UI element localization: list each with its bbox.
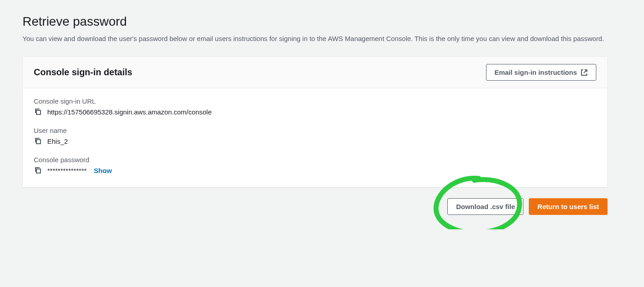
username-label: User name bbox=[34, 127, 596, 134]
signin-url-value: https://157506695328.signin.aws.amazon.c… bbox=[47, 108, 212, 116]
page-title: Retrieve password bbox=[23, 14, 608, 29]
copy-icon[interactable] bbox=[34, 166, 42, 174]
svg-rect-2 bbox=[36, 169, 41, 173]
username-field: User name Ehis_2 bbox=[34, 127, 596, 145]
panel-title: Console sign-in details bbox=[34, 67, 132, 77]
signin-url-label: Console sign-in URL bbox=[34, 97, 596, 105]
return-users-list-button[interactable]: Return to users list bbox=[529, 198, 608, 215]
show-password-link[interactable]: Show bbox=[94, 167, 112, 174]
signin-url-field: Console sign-in URL https://157506695328… bbox=[34, 97, 596, 116]
external-link-icon bbox=[581, 69, 588, 76]
footer-actions: Download .csv file Return to users list bbox=[23, 198, 608, 215]
download-csv-button[interactable]: Download .csv file bbox=[447, 198, 523, 215]
email-instructions-label: Email sign-in instructions bbox=[495, 68, 577, 77]
download-csv-label: Download .csv file bbox=[456, 202, 515, 211]
panel-header: Console sign-in details Email sign-in in… bbox=[23, 57, 607, 88]
password-value: *************** bbox=[47, 167, 87, 174]
svg-rect-1 bbox=[36, 140, 41, 144]
password-field: Console password *************** Show bbox=[34, 156, 596, 174]
panel-body: Console sign-in URL https://157506695328… bbox=[23, 88, 607, 187]
page-subtitle: You can view and download the user's pas… bbox=[23, 33, 608, 44]
copy-icon[interactable] bbox=[34, 108, 42, 116]
signin-details-panel: Console sign-in details Email sign-in in… bbox=[23, 56, 608, 187]
return-users-list-label: Return to users list bbox=[537, 202, 599, 211]
copy-icon[interactable] bbox=[34, 137, 42, 145]
password-label: Console password bbox=[34, 156, 596, 164]
email-instructions-button[interactable]: Email sign-in instructions bbox=[486, 64, 596, 81]
username-value: Ehis_2 bbox=[47, 137, 68, 145]
svg-rect-0 bbox=[36, 110, 41, 114]
